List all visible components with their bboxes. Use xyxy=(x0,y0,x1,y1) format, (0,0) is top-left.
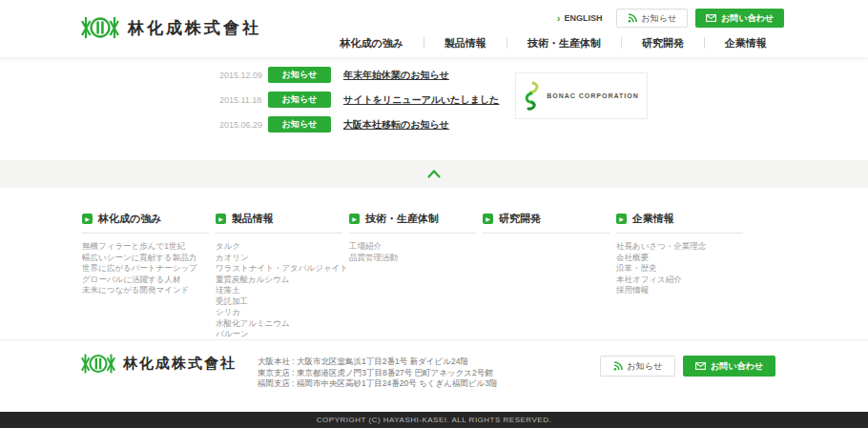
footer-link[interactable]: 品質管理活動 xyxy=(349,253,476,264)
footer-link[interactable]: バルーン xyxy=(216,329,342,340)
news-list: 2015.12.09 お知らせ 年末年始休業のお知らせ 2015.11.18 お… xyxy=(219,67,500,132)
footer-addresses: 大阪本社 : 大阪市北区堂島浜1丁目2番1号 新ダイビル24階 東京支店 : 東… xyxy=(258,357,498,390)
footer-link[interactable]: グローバルに活躍する人材 xyxy=(82,275,209,286)
triangle-right-icon: ▶ xyxy=(216,214,226,224)
footer-link[interactable]: 工場紹介 xyxy=(349,241,476,253)
footer-col-company: ▶ 企業情報 社長あいさつ・企業理念 会社概要 沿革・歴史 本社オフィス紹介 採… xyxy=(616,212,743,340)
company-name: 林化成株式會社 xyxy=(128,17,261,39)
copyright-bar: COPYRIGHT (C) HAYASHI-KASEI. ALL RIGHTS … xyxy=(0,412,868,428)
footer-contact-button[interactable]: お問い合わせ xyxy=(683,356,775,377)
news-date: 2015.12.09 xyxy=(219,71,268,80)
footer-link[interactable]: 世界に広がるパートナーシップ xyxy=(82,263,209,275)
copyright-text: COPYRIGHT (C) HAYASHI-KASEI. ALL RIGHTS … xyxy=(317,416,551,424)
header-utility-bar: › ENGLISH お知らせ お問い合わせ xyxy=(557,9,784,28)
news-link[interactable]: 年末年始休業のお知らせ xyxy=(343,69,449,82)
company-name: 林化成株式會社 xyxy=(123,355,237,373)
footer-columns: ▶ 林化成の強み 無機フィラーと歩んで1世紀 幅広いシーンに貢献する製品力 世界… xyxy=(82,212,750,340)
nav-item-technology[interactable]: 技術・生産体制 xyxy=(507,35,621,51)
site-header: 林化成株式會社 › ENGLISH お知らせ お問い合わせ xyxy=(0,0,868,57)
news-date: 2015.11.18 xyxy=(219,95,268,105)
footer-link[interactable]: 会社概要 xyxy=(616,253,743,264)
footer-news-label: お知らせ xyxy=(628,360,663,373)
nav-item-research[interactable]: 研究開発 xyxy=(622,35,704,51)
footer-link[interactable]: 重質炭酸カルシウム xyxy=(216,275,342,286)
triangle-right-icon: ▶ xyxy=(82,214,93,224)
footer-link[interactable]: 水酸化アルミニウム xyxy=(216,318,342,330)
footer-col-technology: ▶ 技術・生産体制 工場紹介 品質管理活動 xyxy=(349,212,476,340)
news-row: 2015.11.18 お知らせ サイトをリニューアルいたしました xyxy=(219,92,500,108)
news-link[interactable]: 大阪本社移転のお知らせ xyxy=(343,118,449,132)
footer-col-strengths: ▶ 林化成の強み 無機フィラーと歩んで1世紀 幅広いシーンに貢献する製品力 世界… xyxy=(82,212,209,340)
news-category-badge: お知らせ xyxy=(268,67,331,83)
triangle-right-icon: ▶ xyxy=(349,214,360,224)
news-row: 2015.12.09 お知らせ 年末年始休業のお知らせ xyxy=(219,67,500,83)
chevron-up-icon xyxy=(427,170,441,178)
company-logo-icon xyxy=(81,12,119,43)
footer-col-title[interactable]: ▶ 研究開発 xyxy=(483,212,610,234)
footer-link[interactable]: 受託加工 xyxy=(216,296,342,308)
header-contact-label: お問い合わせ xyxy=(721,12,774,25)
footer-contact-label: お問い合わせ xyxy=(711,360,763,373)
header-contact-button[interactable]: お問い合わせ xyxy=(695,9,784,28)
footer-link[interactable]: 珪藻土 xyxy=(216,285,342,296)
nav-item-products[interactable]: 製品情報 xyxy=(424,35,506,51)
english-label: ENGLISH xyxy=(565,13,603,23)
footer-col-title[interactable]: ▶ 製品情報 xyxy=(216,212,342,234)
scroll-top-band xyxy=(0,160,868,188)
footer-logo[interactable]: 林化成株式會社 xyxy=(81,350,237,377)
footer-link[interactable]: 社長あいさつ・企業理念 xyxy=(616,241,743,253)
footer-col-research: ▶ 研究開発 xyxy=(483,212,610,340)
footer-news-button[interactable]: お知らせ xyxy=(600,356,676,377)
footer-col-products: ▶ 製品情報 タルク カオリン ワラストナイト・アタパルジャイト 重質炭酸カルシ… xyxy=(216,212,342,340)
address-osaka: 大阪本社 : 大阪市北区堂島浜1丁目2番1号 新ダイビル24階 xyxy=(258,357,498,368)
footer-link[interactable]: タルク xyxy=(216,241,342,253)
header-news-button[interactable]: お知らせ xyxy=(616,9,689,28)
triangle-right-icon: ▶ xyxy=(483,214,493,224)
mail-icon xyxy=(695,362,706,370)
bonac-banner[interactable]: BONAC CORPORATION xyxy=(515,72,648,119)
company-logo-icon xyxy=(81,350,115,377)
news-link[interactable]: サイトをリニューアルいたしました xyxy=(343,93,500,107)
footer-link[interactable]: 本社オフィス紹介 xyxy=(616,275,743,286)
triangle-right-icon: ▶ xyxy=(616,214,627,224)
header-news-label: お知らせ xyxy=(642,12,677,25)
mail-icon xyxy=(706,14,716,22)
bonac-banner-label: BONAC CORPORATION xyxy=(547,92,639,99)
footer-divider xyxy=(0,339,868,340)
chevron-right-icon: › xyxy=(557,13,561,24)
footer-link[interactable]: シリカ xyxy=(216,307,342,318)
footer-col-title[interactable]: ▶ 企業情報 xyxy=(616,212,743,234)
rss-icon xyxy=(628,13,637,23)
nav-item-strengths[interactable]: 林化成の強み xyxy=(320,35,424,51)
footer-col-title[interactable]: ▶ 技術・生産体制 xyxy=(349,212,476,234)
news-category-badge: お知らせ xyxy=(268,92,331,108)
news-date: 2015.06.29 xyxy=(219,120,268,130)
rss-icon xyxy=(613,361,623,371)
footer-buttons: お知らせ お問い合わせ xyxy=(600,356,775,377)
footer-link[interactable]: 幅広いシーンに貢献する製品力 xyxy=(82,253,209,264)
nav-item-company[interactable]: 企業情報 xyxy=(705,35,787,51)
footer-link[interactable]: ワラストナイト・アタパルジャイト xyxy=(216,263,342,275)
header-logo[interactable]: 林化成株式會社 xyxy=(81,12,261,43)
footer-link[interactable]: 未来につながる開発マインド xyxy=(82,285,209,296)
news-row: 2015.06.29 お知らせ 大阪本社移転のお知らせ xyxy=(219,116,500,132)
page: 林化成株式會社 › ENGLISH お知らせ お問い合わせ xyxy=(0,0,868,428)
footer-col-title[interactable]: ▶ 林化成の強み xyxy=(82,212,209,234)
news-category-badge: お知らせ xyxy=(268,116,331,132)
site-footer: ▶ 林化成の強み 無機フィラーと歩んで1世紀 幅広いシーンに貢献する製品力 世界… xyxy=(0,188,868,412)
main-nav: 林化成の強み 製品情報 技術・生産体制 研究開発 企業情報 xyxy=(320,35,787,51)
bonac-logo-icon xyxy=(524,81,541,112)
scroll-to-top-button[interactable] xyxy=(423,167,445,182)
address-fukuoka: 福岡支店 : 福岡市中央区高砂1丁目24番20号 ちくぎん福岡ビル3階 xyxy=(258,378,498,390)
footer-link[interactable]: 採用情報 xyxy=(616,285,743,296)
english-link[interactable]: › ENGLISH xyxy=(557,13,603,24)
address-tokyo: 東京支店 : 東京都港区虎ノ門3丁目8番27号 巴町アネックス2号館 xyxy=(258,368,498,379)
footer-link[interactable]: 無機フィラーと歩んで1世紀 xyxy=(82,241,209,253)
footer-link[interactable]: カオリン xyxy=(216,253,342,264)
footer-link[interactable]: 沿革・歴史 xyxy=(616,263,743,275)
